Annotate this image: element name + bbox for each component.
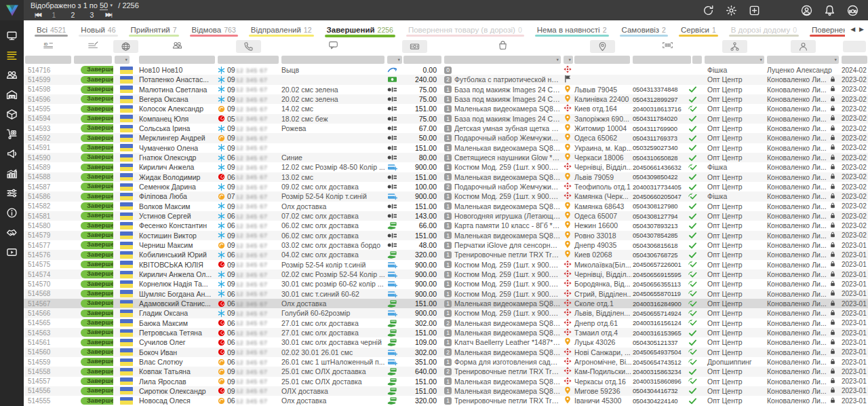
table-row[interactable]: 514566ЗавершенийГладик Оксана0912 345 67… — [24, 308, 868, 318]
order-status-tab-3[interactable]: Відмова763 — [184, 20, 243, 39]
sidebar-item-settings-sliders[interactable] — [3, 186, 21, 200]
order-status-tab-4[interactable]: Відправлений12 — [243, 20, 319, 39]
status-column-icon[interactable] — [88, 40, 98, 53]
barcode-icon[interactable] — [663, 40, 673, 53]
table-row[interactable]: 514555ЗавершенийНовосад Олеся0612 345 67… — [24, 396, 868, 405]
page-size-dropdown[interactable]: 50 — [100, 1, 108, 10]
table-row[interactable]: 514596ЗавершенийВегера Оксана0912 345 67… — [24, 94, 868, 104]
order-status-tab-0[interactable]: Всі4521 — [29, 20, 73, 39]
filter-input-city[interactable] — [574, 56, 630, 64]
table-row[interactable]: 514561ЗавершенийСучилов Олег0612 345 673… — [24, 337, 868, 347]
table-row[interactable]: 514581ЗавершенийУстинов Сергей0612 345 6… — [24, 211, 868, 221]
table-row[interactable]: 514575ЗавершенийКВІТОВСЬКА ЮЛІЯ0912 345 … — [24, 260, 868, 270]
table-row[interactable]: 514588ЗавершенийЖидак Володимир0612 345 … — [24, 172, 868, 182]
filter-input-country[interactable]: ▼ — [115, 56, 130, 64]
order-status-tab-9[interactable]: Сервіси1 — [673, 20, 724, 39]
filter-input-client[interactable] — [139, 56, 215, 64]
table-row[interactable]: 514559ЗавершенийВлас Слотюу0612 345 6726… — [24, 357, 868, 367]
table-row[interactable]: 514716ЗавершенийНов10 Нов100912 345 67Вы… — [24, 65, 868, 75]
filter-input-date[interactable] — [842, 56, 867, 64]
user-avatar-icon[interactable] — [801, 5, 812, 16]
order-status-tab-10[interactable]: В дорозі додому0 — [724, 20, 804, 39]
last-page-icon[interactable]: ▶▶| — [101, 11, 115, 19]
table-row[interactable]: 514563ЗавершенийПетровська Тетяна0612 34… — [24, 328, 868, 337]
support-headset-icon[interactable] — [847, 5, 859, 16]
sidebar-item-dropship-trolley[interactable] — [3, 127, 21, 141]
filter-input-id[interactable] — [25, 56, 71, 64]
comment-icon[interactable] — [328, 40, 338, 53]
filter-input-manager[interactable]: ▼ — [767, 56, 839, 64]
sidebar-item-warehouse[interactable] — [3, 88, 21, 101]
page-button-1[interactable]: 1 — [44, 11, 63, 19]
order-status-tab-7[interactable]: Нема в наявності2 — [530, 20, 614, 39]
filter-input-delivery[interactable]: ▼ — [564, 56, 573, 64]
filter-input-ttn[interactable] — [692, 56, 702, 64]
filter-input-products[interactable]: ▼ — [444, 56, 561, 64]
table-row[interactable]: 514574ЗавершенийКирилич Анжела Ол...0912… — [24, 270, 868, 279]
table-row[interactable]: 514576ЗавершенийКобилинський Юрий0612 34… — [24, 250, 868, 259]
order-status-tab-6[interactable]: Повернення товару (в дорозі)0 — [401, 20, 530, 39]
order-status-tab-8[interactable]: Самовивіз2 — [614, 20, 673, 39]
table-row[interactable]: 514565ЗавершенийБаюка Максим0612 345 672… — [24, 318, 868, 328]
sidebar-item-orders-list[interactable] — [3, 48, 21, 62]
manager-person-icon[interactable] — [791, 40, 816, 53]
sidebar-item-products-cube[interactable] — [3, 107, 21, 121]
sidebar-item-video-tutorials[interactable] — [3, 245, 21, 259]
table-row[interactable]: 514570ЗавершенийКорнелюк Надія Та...0912… — [24, 279, 868, 289]
table-row[interactable]: 514557ЗавершенийЛила Ярослав0912 345 672… — [24, 377, 868, 386]
table-row[interactable]: 514586ЗавершенийФіліпова Люба0712 345 67… — [24, 191, 868, 201]
filter-input-comment[interactable] — [281, 56, 384, 64]
sidebar-item-customers[interactable] — [3, 68, 21, 81]
table-row[interactable]: 514568ЗавершенийШумляс Богдана Ан...0612… — [24, 289, 868, 299]
settings-gear-icon[interactable] — [726, 5, 737, 16]
table-row[interactable]: 514558ЗавершенийКовпак Татьяна0912 345 6… — [24, 367, 868, 376]
refresh-icon[interactable] — [703, 5, 714, 16]
sidebar-item-marketing-megaphone[interactable] — [3, 147, 21, 160]
table-row[interactable]: 514591ЗавершенийЧумаченко Олена0912 345 … — [24, 143, 868, 153]
tabs-scroll-right-icon[interactable]: ▶ — [859, 26, 864, 33]
column-header-box[interactable] — [843, 41, 866, 52]
table-row[interactable]: 514556ЗавершенийСиротюк Олександр0912 34… — [24, 386, 868, 396]
sidebar-item-statistics-chart[interactable] — [3, 166, 21, 180]
table-row[interactable]: 514577ЗавершенийЧерниш Максим0912 345 67… — [24, 240, 868, 250]
sidebar-item-desktop[interactable] — [3, 29, 21, 42]
page-button-2[interactable]: 2 — [63, 11, 82, 19]
sidebar-item-info[interactable] — [3, 206, 21, 219]
table-row[interactable]: 514594ЗавершенийКомпанец Юля0512 345 671… — [24, 114, 868, 124]
order-status-tab-2[interactable]: Прийнятий7 — [123, 20, 184, 39]
add-order-icon[interactable] — [749, 5, 760, 16]
tabs-scroll-left-icon[interactable]: ◀ — [850, 26, 855, 33]
filter-input-status[interactable] — [74, 56, 112, 64]
chevron-down-icon[interactable]: ▼ — [109, 3, 113, 7]
table-row[interactable]: 514592ЗавершенийМерклингер Андрей0912 34… — [24, 133, 868, 143]
sidebar-item-partners-handshake[interactable] — [3, 225, 21, 239]
order-status-tab-1[interactable]: Новый46 — [73, 20, 123, 39]
table-row[interactable]: 514567ЗавершенийАдамовский Станис...0612… — [24, 299, 868, 308]
table-row[interactable]: 514598ЗавершенийМалютина Светлана0912 34… — [24, 85, 868, 94]
location-icon[interactable] — [590, 40, 615, 53]
page-button-3[interactable]: 3 — [82, 11, 101, 19]
filter-input-ttn[interactable] — [633, 56, 691, 64]
filter-input-fulfillment[interactable]: ▼ — [705, 56, 764, 64]
table-row[interactable]: 514579ЗавершенийКостишин Виктор0912 345 … — [24, 231, 868, 240]
table-row[interactable]: 514599ЗавершенийПотапенко Анастас...0912… — [24, 75, 868, 84]
first-page-icon[interactable]: |◀◀ — [31, 11, 44, 19]
table-row[interactable]: 514593ЗавершенийСольська Ірина0912 345 6… — [24, 124, 868, 133]
order-status-tab-5[interactable]: Завершений2256 — [319, 20, 401, 39]
table-row[interactable]: 514587ЗавершенийСеменюк Дарина0912 345 6… — [24, 182, 868, 191]
table-row[interactable]: 514589ЗавершенийКирилич Анжела0912 345 6… — [24, 162, 868, 172]
products-bag-icon[interactable] — [498, 40, 508, 53]
table-row[interactable]: 514595ЗавершенийКолосок Александр0912 34… — [24, 104, 868, 113]
filter-input-payment[interactable]: ▼ — [387, 56, 402, 64]
globe-icon[interactable] — [113, 40, 138, 53]
app-logo-icon[interactable] — [0, 0, 24, 20]
notifications-bell-icon[interactable] — [824, 5, 835, 16]
clients-icon[interactable] — [172, 40, 182, 53]
filter-input-payment[interactable] — [403, 56, 441, 64]
table-row[interactable]: 514580ЗавершенийФесенко Константин0612 3… — [24, 221, 868, 230]
filter-input-phone[interactable] — [218, 56, 279, 64]
table-row[interactable]: 514590ЗавершенийГнатюк Олексндр0612 345 … — [24, 153, 868, 162]
fulfillment-tree-icon[interactable] — [722, 40, 747, 53]
table-row[interactable]: 514582ЗавершенийВолков Максим0912 345 67… — [24, 202, 868, 211]
table-row[interactable]: 514560ЗавершенийБокоч Иван0912 345 6702.… — [24, 348, 868, 357]
